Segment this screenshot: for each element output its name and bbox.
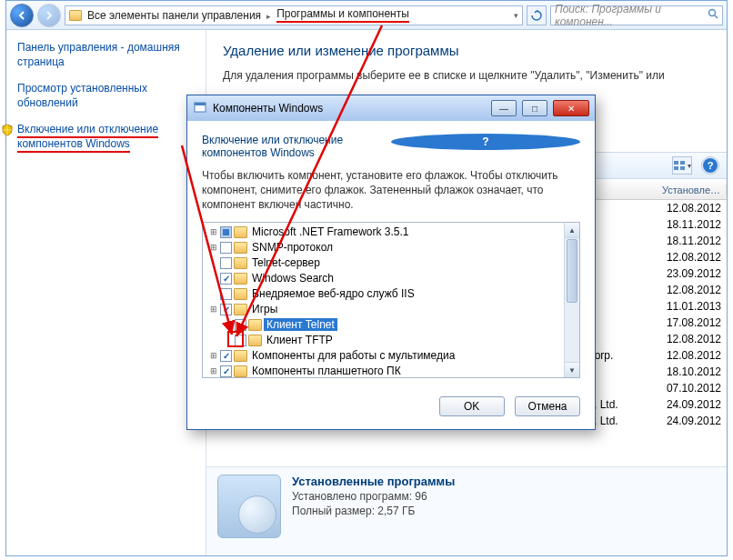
scroll-thumb[interactable]	[567, 239, 577, 303]
breadcrumb-root[interactable]: Все элементы панели управления	[87, 9, 271, 22]
expander-icon[interactable]: ⊞	[208, 366, 218, 375]
cell-date: 18.11.2012	[654, 235, 727, 247]
feature-item[interactable]: Windows Search	[203, 271, 564, 286]
footer-count-label: Установлено программ:	[292, 490, 412, 503]
search-icon	[708, 8, 718, 22]
feature-item[interactable]: ⊞Microsoft .NET Framework 3.5.1	[203, 225, 564, 240]
folder-icon	[234, 350, 247, 362]
cell-date: 07.10.2012	[654, 382, 727, 395]
close-button[interactable]: ✕	[553, 100, 589, 116]
ok-button[interactable]: OK	[439, 396, 505, 416]
cell-date: 18.11.2012	[654, 218, 727, 231]
folder-icon	[234, 242, 247, 254]
search-input[interactable]: Поиск: Программы и компонен...	[550, 5, 723, 25]
feature-checkbox[interactable]	[220, 242, 232, 254]
svg-rect-7	[195, 103, 206, 105]
feature-label: Telnet-сервер	[249, 256, 323, 269]
feature-item[interactable]: ⊞Компоненты планшетного ПК	[203, 364, 564, 377]
dialog-description: Чтобы включить компонент, установите его…	[202, 168, 580, 213]
col-installed[interactable]: Установле…	[654, 185, 727, 195]
feature-label: Microsoft .NET Framework 3.5.1	[249, 225, 412, 238]
nav-back-button[interactable]	[10, 4, 34, 27]
feature-item[interactable]: ⊞Компоненты для работы с мультимедиа	[203, 348, 564, 364]
cell-date: 12.08.2012	[654, 349, 727, 362]
scroll-up-icon[interactable]: ▲	[565, 223, 579, 238]
folder-icon	[234, 365, 247, 377]
cell-date: 11.01.2013	[654, 300, 727, 313]
sidebar-features-link[interactable]: Включение или отключение компонентов Win…	[17, 123, 195, 151]
tree-scrollbar[interactable]: ▲ ▼	[564, 223, 579, 377]
sidebar-updates-link[interactable]: Просмотр установленных обновлений	[17, 82, 195, 110]
feature-item[interactable]: Клиент Telnet	[203, 317, 564, 333]
feature-checkbox[interactable]	[220, 365, 232, 377]
feature-item[interactable]: Клиент TFTP	[203, 333, 564, 348]
shield-icon	[1, 124, 14, 136]
feature-checkbox[interactable]	[220, 350, 232, 362]
nav-forward-button[interactable]	[37, 4, 61, 27]
programs-icon	[217, 475, 281, 538]
address-bar[interactable]: Все элементы панели управления Программы…	[65, 5, 523, 25]
feature-label: Внедряемое веб-ядро служб IIS	[249, 287, 417, 300]
feature-item[interactable]: Внедряемое веб-ядро служб IIS	[203, 286, 564, 302]
sidebar: Панель управления - домашняя страница Пр…	[6, 30, 206, 555]
maximize-button[interactable]: □	[522, 100, 547, 116]
svg-point-0	[709, 10, 716, 16]
minimize-button[interactable]: —	[491, 100, 517, 116]
feature-label: Клиент Telnet	[264, 318, 337, 331]
footer-size-value: 2,57 ГБ	[377, 505, 415, 517]
cell-date: 18.10.2012	[654, 365, 727, 378]
feature-label: Компоненты для работы с мультимедиа	[249, 349, 457, 362]
svg-rect-3	[680, 161, 685, 165]
expander-icon[interactable]: ⊞	[208, 227, 218, 236]
chevron-down-icon[interactable]: ▾	[514, 11, 518, 20]
expander-icon[interactable]: ⊞	[208, 351, 218, 360]
feature-label: Игры	[249, 303, 280, 315]
feature-item[interactable]: ⊞SNMP-протокол	[203, 240, 564, 255]
breadcrumb-leaf[interactable]: Программы и компоненты	[276, 7, 409, 23]
expander-icon[interactable]: ⊞	[208, 243, 218, 252]
cell-date: 12.08.2012	[654, 284, 727, 296]
help-button[interactable]: ?	[701, 156, 719, 175]
view-button[interactable]: ▾	[672, 156, 692, 175]
expander-icon[interactable]: ⊞	[208, 305, 218, 314]
footer-size-label: Полный размер:	[292, 505, 375, 517]
refresh-button[interactable]	[527, 5, 547, 25]
page-title: Удаление или изменение программы	[223, 43, 710, 58]
sidebar-features-label: Включение или отключение компонентов Win…	[17, 123, 158, 153]
svg-rect-5	[680, 166, 685, 170]
dialog-heading: Включение или отключение компонентов Win…	[202, 134, 391, 159]
cell-date: 12.08.2012	[654, 333, 727, 345]
feature-item[interactable]: Telnet-сервер	[203, 255, 564, 271]
scroll-down-icon[interactable]: ▼	[565, 362, 579, 377]
footer-title: Установленные программы	[292, 475, 455, 488]
sidebar-home-link[interactable]: Панель управления - домашняя страница	[17, 41, 195, 69]
features-tree: ⊞Microsoft .NET Framework 3.5.1⊞SNMP-про…	[202, 222, 580, 378]
cell-date: 12.08.2012	[654, 202, 727, 215]
folder-icon	[234, 273, 247, 285]
dialog-titlebar[interactable]: Компоненты Windows — □ ✕	[187, 95, 595, 121]
dialog-title: Компоненты Windows	[213, 102, 486, 115]
cancel-button[interactable]: Отмена	[515, 396, 580, 416]
svg-rect-2	[674, 161, 678, 165]
feature-label: SNMP-протокол	[249, 241, 336, 254]
windows-features-dialog: Компоненты Windows — □ ✕ Включение или о…	[186, 95, 596, 430]
svg-rect-4	[674, 166, 678, 170]
search-placeholder: Поиск: Программы и компонен...	[555, 3, 700, 28]
feature-checkbox[interactable]	[220, 257, 232, 269]
feature-item[interactable]: ⊞Игры	[203, 302, 564, 317]
feature-label: Клиент TFTP	[264, 334, 336, 346]
cell-date: 23.09.2012	[654, 267, 727, 280]
feature-checkbox[interactable]	[220, 304, 232, 315]
feature-checkbox[interactable]	[220, 273, 232, 285]
feature-checkbox[interactable]	[235, 319, 246, 331]
feature-checkbox[interactable]	[220, 288, 232, 300]
feature-checkbox[interactable]	[235, 335, 246, 346]
feature-checkbox[interactable]	[220, 226, 232, 238]
cell-date: 12.08.2012	[654, 251, 727, 264]
cell-date: 24.09.2012	[654, 398, 727, 411]
dialog-help-button[interactable]: ?	[391, 134, 580, 150]
folder-icon	[234, 288, 247, 300]
feature-label: Компоненты планшетного ПК	[249, 365, 404, 377]
nav-bar: Все элементы панели управления Программы…	[6, 1, 727, 30]
footer-count-value: 96	[415, 490, 427, 503]
